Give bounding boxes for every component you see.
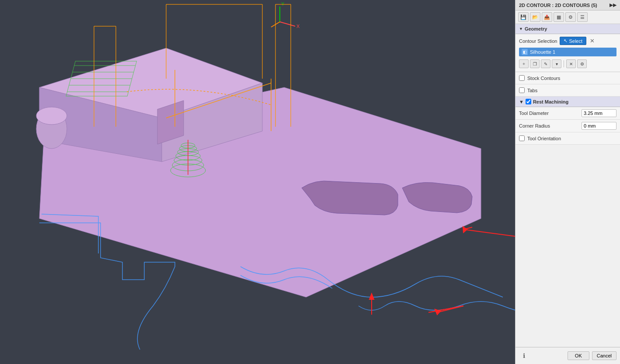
tool-orientation-checkbox[interactable] <box>519 135 525 141</box>
tool-orientation-label: Tool Orientation <box>527 136 561 141</box>
contour-close-btn[interactable]: ✕ <box>589 38 596 44</box>
contour-selection-row: Contour Selection ↖ Select ✕ <box>519 37 617 45</box>
panel-expand-icon[interactable]: ▶▶ <box>610 2 617 8</box>
panel-header: 2D CONTOUR : 2D CONTOURS (5) ▶▶ <box>516 0 620 10</box>
right-panel: 2D CONTOUR : 2D CONTOURS (5) ▶▶ 💾 📂 📤 ▦ … <box>515 0 620 364</box>
stock-contours-checkbox[interactable] <box>519 75 525 81</box>
cursor-icon: ↖ <box>564 38 568 44</box>
geometry-section-label: Geometry <box>525 26 547 31</box>
rest-machining-label: Rest Machining <box>533 99 568 104</box>
silhouette-icon: ◧ <box>522 49 528 55</box>
svg-text:Y: Y <box>281 1 285 7</box>
toolbar-open-btn[interactable]: 📂 <box>530 12 540 22</box>
svg-point-11 <box>36 107 67 125</box>
silhouette-item[interactable]: ◧ Silhouette 1 <box>519 48 617 56</box>
geometry-section-header[interactable]: ▼ Geometry <box>516 24 620 34</box>
icon-action-row: ＋ ❐ ✎ ▾ ✕ ⚙ <box>519 59 617 69</box>
silhouette-label: Silhouette 1 <box>530 49 555 55</box>
geometry-triangle-icon: ▼ <box>519 27 523 31</box>
toolbar-export-btn[interactable]: 📤 <box>542 12 552 22</box>
stock-contours-row: Stock Contours <box>516 72 620 84</box>
geometry-section: Contour Selection ↖ Select ✕ ◧ Silhouett… <box>516 34 620 72</box>
bottom-buttons: ℹ OK Cancel <box>516 347 620 364</box>
tool-diameter-row: Tool Diameter <box>516 107 620 120</box>
tabs-label: Tabs <box>527 88 537 93</box>
svg-text:X: X <box>296 24 300 29</box>
toolbar-adjust-btn[interactable]: ⚙ <box>565 12 576 22</box>
tool-diameter-input[interactable] <box>582 109 617 117</box>
info-button[interactable]: ℹ <box>519 351 529 361</box>
copy-icon-btn[interactable]: ❐ <box>530 59 540 68</box>
add-icon-btn[interactable]: ＋ <box>519 59 529 68</box>
dropdown-icon-btn[interactable]: ▾ <box>552 59 561 68</box>
corner-radius-input[interactable] <box>582 122 617 130</box>
settings-icon-btn[interactable]: ⚙ <box>577 59 587 68</box>
tool-diameter-label: Tool Diameter <box>519 111 579 116</box>
rest-machining-triangle-icon: ▼ <box>519 99 524 104</box>
panel-title: 2D CONTOUR : 2D CONTOURS (5) <box>519 3 597 8</box>
toolbar-save-btn[interactable]: 💾 <box>518 12 529 22</box>
tabs-row: Tabs <box>516 84 620 97</box>
toolbar-row: 💾 📂 📤 ▦ ⚙ ☰ <box>516 10 620 24</box>
rest-machining-header[interactable]: ▼ Rest Machining <box>516 97 620 107</box>
select-button[interactable]: ↖ Select <box>560 37 586 45</box>
select-button-label: Select <box>569 38 582 44</box>
contour-selection-label: Contour Selection <box>519 38 557 44</box>
corner-radius-label: Corner Radius <box>519 123 579 128</box>
toolbar-layers-btn[interactable]: ☰ <box>577 12 588 22</box>
cancel-button[interactable]: Cancel <box>592 351 617 360</box>
toolbar-grid-btn[interactable]: ▦ <box>554 12 564 22</box>
rest-machining-checkbox[interactable] <box>526 99 531 104</box>
icon-separator <box>564 60 564 67</box>
tabs-checkbox[interactable] <box>519 87 525 93</box>
3d-viewport[interactable]: Y X <box>0 0 515 364</box>
stock-contours-label: Stock Contours <box>527 76 560 81</box>
ok-button[interactable]: OK <box>568 351 589 360</box>
tool-orientation-row: Tool Orientation <box>516 132 620 145</box>
delete-icon-btn[interactable]: ✕ <box>566 59 576 68</box>
corner-radius-row: Corner Radius <box>516 120 620 132</box>
edit-icon-btn[interactable]: ✎ <box>541 59 550 68</box>
